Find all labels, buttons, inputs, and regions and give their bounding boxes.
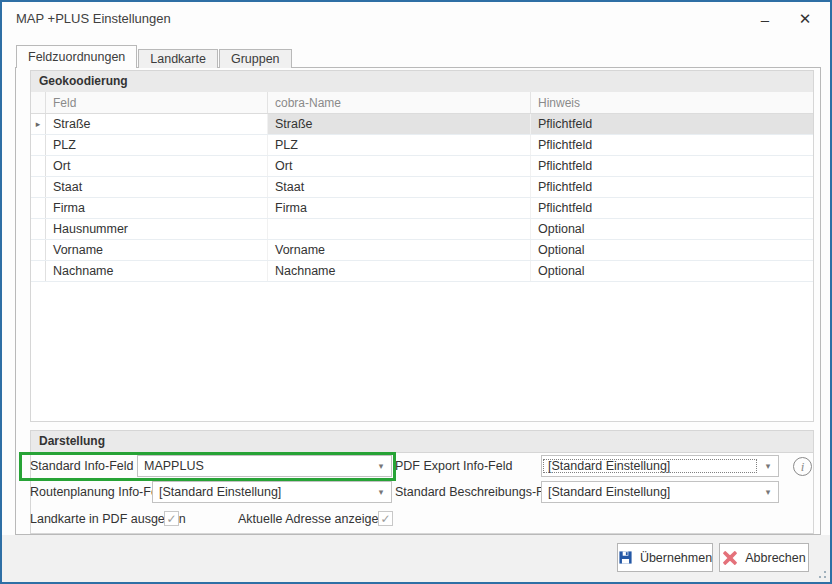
grid-header-row: Feld cobra-Name Hinweis [31,92,813,114]
cell-feld[interactable]: PLZ [46,135,268,155]
table-row[interactable]: Hausnummer Optional [31,219,813,240]
close-icon: ✕ [799,10,812,28]
geocoding-grid[interactable]: Feld cobra-Name Hinweis ▸ Straße Straße … [30,92,814,422]
routenplanung-info-feld-value: [Standard Einstellung] [153,485,371,499]
titlebar[interactable]: MAP +PLUS Einstellungen – ✕ [2,2,830,40]
standard-info-feld-dropdown[interactable]: MAPPLUS ▾ [137,455,392,477]
save-icon [618,550,633,565]
cell-hinweis: Pflichtfeld [531,156,813,176]
cell-hinweis: Optional [531,261,813,281]
standard-beschreibungs-feld-value: [Standard Einstellung] [542,485,758,499]
standard-beschreibungs-feld-label: Standard Beschreibungs-Feld [395,481,560,503]
pdf-export-info-feld-value: [Standard Einstellung] [542,458,758,474]
cell-cobra[interactable] [268,219,531,239]
aktuelle-adresse-checkbox-label: Aktuelle Adresse anzeigen [238,508,385,530]
darstellung-group-header: Darstellung [30,430,814,453]
routenplanung-info-feld-label: Routenplanung Info-Feld [30,481,168,503]
settings-dialog: MAP +PLUS Einstellungen – ✕ Feldzuordnun… [0,0,832,584]
cell-feld[interactable]: Vorname [46,240,268,260]
table-row[interactable]: Firma Firma Pflichtfeld [31,198,813,219]
table-row[interactable]: Nachname Nachname Optional [31,261,813,282]
cell-hinweis: Optional [531,240,813,260]
cell-cobra[interactable]: PLZ [268,135,531,155]
table-row[interactable]: PLZ PLZ Pflichtfeld [31,135,813,156]
tab-landkarte[interactable]: Landkarte [138,49,218,68]
cell-cobra[interactable]: Firma [268,198,531,218]
cell-hinweis: Pflichtfeld [531,177,813,197]
grid-header-hinweis[interactable]: Hinweis [531,92,813,113]
cell-feld[interactable]: Staat [46,177,268,197]
tab-feldzuordnungen[interactable]: Feldzuordnungen [16,45,137,68]
cell-feld[interactable]: Straße [46,114,268,134]
chevron-down-icon[interactable]: ▾ [758,487,778,497]
cell-cobra[interactable]: Ort [268,156,531,176]
cell-cobra[interactable]: Staat [268,177,531,197]
cancel-button[interactable]: Abbrechen [719,543,809,572]
chevron-down-icon[interactable]: ▾ [758,461,778,471]
cancel-button-label: Abbrechen [745,551,805,565]
landkarte-pdf-checkbox-label: Landkarte in PDF ausgeben [30,508,186,530]
info-icon-glyph: i [801,459,805,475]
standard-info-feld-value: MAPPLUS [138,459,371,473]
cancel-x-icon [722,550,738,566]
table-row[interactable]: ▸ Straße Straße Pflichtfeld [31,114,813,135]
cell-cobra[interactable]: Nachname [268,261,531,281]
table-row[interactable]: Vorname Vorname Optional [31,240,813,261]
row-indicator [31,261,46,281]
cell-cobra[interactable]: Straße [268,114,531,134]
apply-button[interactable]: Übernehmen [617,543,713,572]
cell-cobra[interactable]: Vorname [268,240,531,260]
cell-feld[interactable]: Ort [46,156,268,176]
grid-header-cobra-name[interactable]: cobra-Name [268,92,531,113]
standard-info-feld-label: Standard Info-Feld [30,455,134,477]
standard-beschreibungs-feld-dropdown[interactable]: [Standard Einstellung] ▾ [541,481,779,503]
dialog-footer: Übernehmen Abbrechen [2,535,830,582]
landkarte-pdf-checkbox[interactable]: ✓ [164,511,179,526]
table-row[interactable]: Staat Staat Pflichtfeld [31,177,813,198]
grid-header-indicator [31,92,46,113]
row-indicator [31,198,46,218]
resize-grip[interactable] [818,570,827,579]
row-indicator [31,156,46,176]
cell-feld[interactable]: Hausnummer [46,219,268,239]
cell-hinweis: Pflichtfeld [531,198,813,218]
row-indicator [31,219,46,239]
check-icon: ✓ [166,512,176,526]
aktuelle-adresse-checkbox[interactable]: ✓ [378,511,393,526]
check-icon: ✓ [380,512,390,526]
tabstrip: Feldzuordnungen Landkarte Gruppen [16,45,293,68]
chevron-down-icon[interactable]: ▾ [371,487,391,497]
minimize-icon: – [761,11,769,28]
apply-button-label: Übernehmen [640,551,712,565]
pdf-export-info-feld-label: PDF Export Info-Feld [395,455,512,477]
cell-feld[interactable]: Nachname [46,261,268,281]
row-indicator [31,177,46,197]
table-row[interactable]: Ort Ort Pflichtfeld [31,156,813,177]
info-icon[interactable]: i [793,457,812,476]
routenplanung-info-feld-dropdown[interactable]: [Standard Einstellung] ▾ [152,481,392,503]
close-button[interactable]: ✕ [788,6,822,32]
tab-gruppen[interactable]: Gruppen [219,49,292,68]
chevron-down-icon[interactable]: ▾ [371,461,391,471]
geocoding-group-header: Geokoodierung [30,70,814,93]
row-indicator [31,240,46,260]
minimize-button[interactable]: – [748,6,782,32]
row-indicator-icon: ▸ [31,114,46,134]
cell-hinweis: Optional [531,219,813,239]
pdf-export-info-feld-dropdown[interactable]: [Standard Einstellung] ▾ [541,455,779,477]
cell-feld[interactable]: Firma [46,198,268,218]
window-title: MAP +PLUS Einstellungen [16,11,171,26]
cell-hinweis: Pflichtfeld [531,135,813,155]
grid-header-feld[interactable]: Feld [46,92,268,113]
cell-hinweis: Pflichtfeld [531,114,813,134]
row-indicator [31,135,46,155]
